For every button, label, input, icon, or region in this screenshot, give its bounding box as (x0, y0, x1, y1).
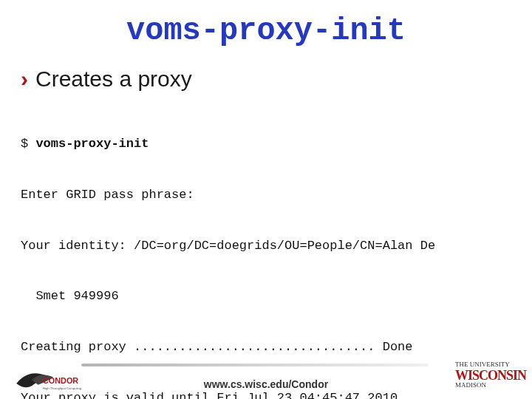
condor-eagle-icon: CONDOR High Throughput Computing (13, 365, 87, 395)
prompt: $ (21, 137, 35, 151)
terminal-output-line: Enter GRID pass phrase: (21, 187, 511, 204)
bullet-marker-icon: › (21, 68, 28, 90)
wisconsin-logo: THE UNIVERSITY WISCONSIN MADISON (452, 356, 519, 395)
footer-divider (81, 364, 429, 366)
wisc-city: MADISON (455, 382, 526, 389)
terminal-command-line: $ voms-proxy-init (21, 136, 511, 153)
terminal-output-line: Your identity: /DC=org/DC=doegrids/OU=Pe… (21, 238, 511, 255)
condor-label: CONDOR (43, 376, 78, 385)
bullet-item: › Creates a proxy (21, 66, 532, 92)
condor-logo: CONDOR High Throughput Computing (13, 365, 87, 395)
wisc-name: WISCONSIN (455, 369, 526, 383)
bullet-text: Creates a proxy (35, 66, 192, 92)
wisconsin-text: THE UNIVERSITY WISCONSIN MADISON (455, 361, 526, 389)
slide-title: voms-proxy-init (0, 13, 532, 49)
terminal-output-line: Smet 949996 (21, 288, 511, 305)
svg-text:High Throughput Computing: High Throughput Computing (43, 386, 82, 390)
slide: voms-proxy-init › Creates a proxy $ voms… (0, 13, 532, 399)
footer: www.cs.wisc.edu/Condor CONDOR High Throu… (0, 347, 532, 399)
command: voms-proxy-init (35, 137, 149, 151)
